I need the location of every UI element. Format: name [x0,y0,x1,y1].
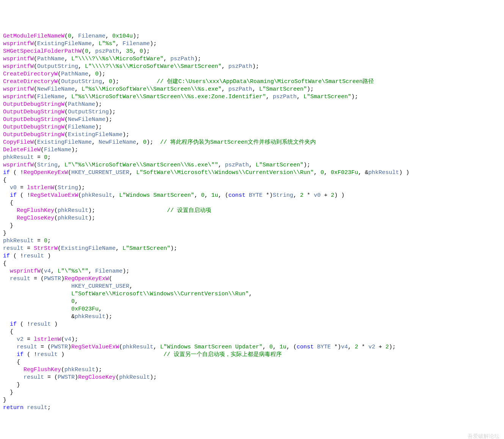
code-line: RegFlushKey(phkResult); [3,366,501,374]
code-line: wsprintfW(v4, L"\"%s\"", Filename); [3,268,501,275]
code-line: return result; [3,404,501,412]
code-line: { [3,260,501,268]
code-line: RegFlushKey(phkResult); // 设置自启动项 [3,207,501,215]
code-line: v0 = lstrlenW(String); [3,184,501,192]
code-line: OutputDebugStringW(OutputString); [3,108,501,116]
watermark-line1: 吾爱破解论坛 [463,433,499,439]
code-line: if ( !RegOpenKeyExW(HKEY_CURRENT_USER, L… [3,169,501,177]
code-line: } [3,381,501,389]
code-line: { [3,199,501,207]
code-line: OutputDebugStringW(NewFileName); [3,116,501,124]
code-line: result = StrStrW(ExistingFileName, L"Sma… [3,245,501,252]
code-line: if ( !result ) // 设置另一个自启动项，实际上都是病毒程序 [3,351,501,359]
code-line: OutputDebugStringW(PathName); [3,101,501,108]
code-line: CopyFileW(ExistingFileName, NewFileName,… [3,139,501,146]
code-line: result = (PWSTR)RegOpenKeyExW( [3,275,501,283]
code-line: wsprintfW(OutputString, L"\\\\?\\%s\\Mic… [3,63,501,71]
code-line: wsprintfW(FileName, L"%s\\MicroSoftWare\… [3,93,501,101]
code-line: GetModuleFileNameW(0, Filename, 0x104u); [3,33,501,40]
code-line: 0xF023Fu, [3,306,501,313]
code-line: { [3,359,501,366]
code-line: if ( !result ) [3,252,501,260]
code-line: v2 = lstrlenW(v4); [3,336,501,343]
code-line: } [3,397,501,404]
code-line: if ( !result ) [3,321,501,328]
code-line: OutputDebugStringW(FileName); [3,124,501,131]
code-line: result = (PWSTR)RegCloseKey(phkResult); [3,374,501,381]
code-line: { [3,328,501,336]
decompiled-code-view: GetModuleFileNameW(0, Filename, 0x104u);… [3,33,501,412]
watermark: 吾爱破解论坛 www.52pojie.cn [463,421,499,439]
code-line: HKEY_CURRENT_USER, [3,283,501,290]
code-line: } [3,389,501,397]
code-line: DeleteFileW(FileName); [3,146,501,154]
code-line: CreateDirectoryW(OutputString, 0); // 创建… [3,78,501,86]
code-line: wsprintfW(ExistingFileName, L"%s", Filen… [3,40,501,48]
code-line: result = (PWSTR)RegSetValueExW(phkResult… [3,343,501,351]
code-line: OutputDebugStringW(ExistingFileName); [3,131,501,139]
code-line: phkResult = 0; [3,237,501,245]
code-line: CreateDirectoryW(PathName, 0); [3,71,501,78]
code-line: wsprintfW(String, L"\"%s\\MicroSoftWare\… [3,161,501,169]
code-line: SHGetSpecialFolderPathW(0, pszPath, 35, … [3,48,501,55]
code-line: } [3,230,501,237]
code-line: phkResult = 0; [3,154,501,161]
code-line: 0, [3,298,501,306]
code-line: { [3,177,501,184]
code-line: } [3,222,501,230]
code-line: L"SoftWare\\Microsoft\\Windows\\CurrentV… [3,290,501,298]
code-line: RegCloseKey(phkResult); [3,215,501,222]
code-line: if ( !RegSetValueExW(phkResult, L"Window… [3,192,501,199]
code-line: wsprintfW(PathName, L"\\\\?\\%s\\MicroSo… [3,55,501,63]
code-line: wsprintfW(NewFileName, L"%s\\MicroSoftWa… [3,86,501,93]
code-line: &phkResult); [3,313,501,321]
